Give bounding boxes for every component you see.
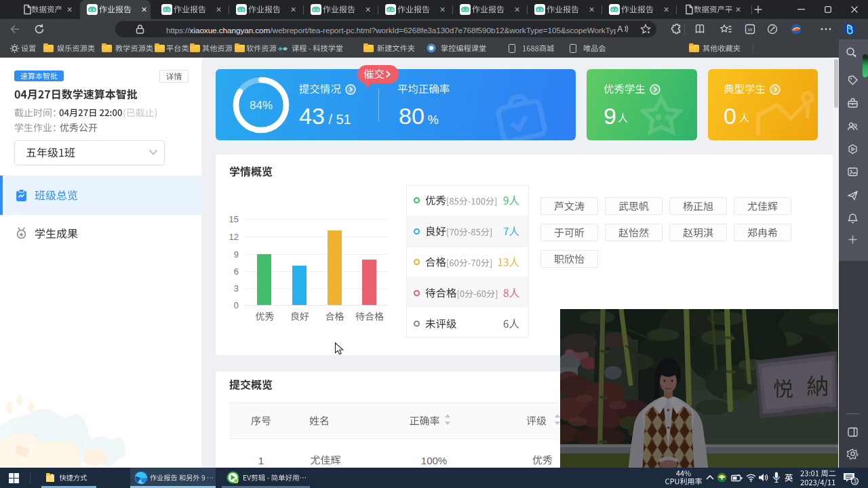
- svg-text:A: A: [617, 24, 623, 34]
- svg-text:3: 3: [853, 478, 856, 485]
- svg-text:vx: vx: [748, 27, 753, 32]
